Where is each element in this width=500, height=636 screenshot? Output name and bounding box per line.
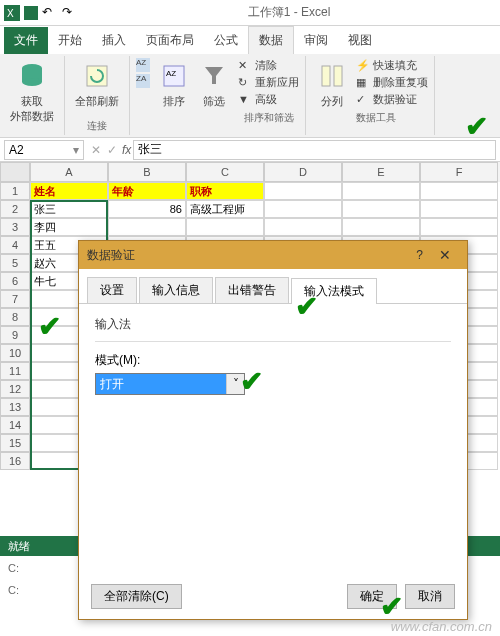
dialog-body: 输入法 模式(M): 打开 ˅ [79,304,467,407]
ribbon-tabs: 文件 开始 插入 页面布局 公式 数据 审阅 视图 [0,26,500,54]
ime-section-label: 输入法 [95,316,451,333]
undo-icon[interactable]: ↶ [42,5,58,21]
cell[interactable] [420,182,498,200]
tab-pagelayout[interactable]: 页面布局 [136,27,204,54]
row-header[interactable]: 1 [0,182,30,200]
col-header-f[interactable]: F [420,162,498,182]
cell[interactable] [108,218,186,236]
row-header[interactable]: 9 [0,326,30,344]
data-validation-button[interactable]: ✓数据验证 [356,92,428,107]
row-header[interactable]: 4 [0,236,30,254]
redo-icon[interactable]: ↷ [62,5,78,21]
sort-az-button[interactable]: AZ [136,58,150,72]
dialog-tab-settings[interactable]: 设置 [87,277,137,303]
row-header[interactable]: 13 [0,398,30,416]
row-header[interactable]: 7 [0,290,30,308]
svg-rect-9 [334,66,342,86]
cell[interactable] [342,182,420,200]
refresh-icon [81,60,113,92]
flash-fill-button[interactable]: ⚡快速填充 [356,58,428,73]
cell[interactable] [186,218,264,236]
sort-label: 排序 [163,94,185,109]
refresh-all-button[interactable]: 全部刷新 [71,58,123,111]
tab-review[interactable]: 审阅 [294,27,338,54]
cell[interactable]: 姓名 [30,182,108,200]
cell[interactable] [264,182,342,200]
cell[interactable] [264,200,342,218]
dialog-titlebar[interactable]: 数据验证 ? ✕ [79,241,467,269]
tab-home[interactable]: 开始 [48,27,92,54]
ok-button[interactable]: 确定 [347,584,397,609]
fx-icon[interactable]: fx [122,143,131,157]
dialog-tab-error-alert[interactable]: 出错警告 [215,277,289,303]
row-header[interactable]: 11 [0,362,30,380]
cancel-fx-icon[interactable]: ✕ [88,143,104,157]
sort-za-button[interactable]: ZA [136,74,150,88]
clear-button[interactable]: ✕清除 [238,58,299,73]
tab-data[interactable]: 数据 [248,26,294,54]
advanced-button[interactable]: ▼高级 [238,92,299,107]
tab-insert[interactable]: 插入 [92,27,136,54]
row-header[interactable]: 10 [0,344,30,362]
remove-duplicates-button[interactable]: ▦删除重复项 [356,75,428,90]
col-header-e[interactable]: E [342,162,420,182]
formula-bar[interactable]: 张三 [133,140,496,160]
cell[interactable] [420,200,498,218]
cell[interactable]: 年龄 [108,182,186,200]
tab-view[interactable]: 视图 [338,27,382,54]
col-header-b[interactable]: B [108,162,186,182]
sort-filter-group-label: 排序和筛选 [238,111,299,125]
col-header-d[interactable]: D [264,162,342,182]
reapply-button[interactable]: ↻重新应用 [238,75,299,90]
row-header[interactable]: 2 [0,200,30,218]
sort-button[interactable]: AZ 排序 [154,58,194,111]
validation-icon: ✓ [356,93,370,107]
data-tools-group-label: 数据工具 [356,111,428,125]
row-header[interactable]: 5 [0,254,30,272]
tab-file[interactable]: 文件 [4,27,48,54]
accept-fx-icon[interactable]: ✓ [104,143,120,157]
cell[interactable] [264,218,342,236]
mode-select-dropdown-icon[interactable]: ˅ [226,374,244,394]
dialog-help-button[interactable]: ? [408,248,431,262]
filter-button[interactable]: 筛选 [194,58,234,111]
row-header[interactable]: 14 [0,416,30,434]
cell[interactable]: 李四 [30,218,108,236]
group-connections: 全部刷新 连接 [65,56,130,135]
sort-icon: AZ [158,60,190,92]
clear-all-button[interactable]: 全部清除(C) [91,584,182,609]
dialog-tab-input-message[interactable]: 输入信息 [139,277,213,303]
svg-rect-8 [322,66,330,86]
cell[interactable]: 86 [108,200,186,218]
name-box-dropdown-icon[interactable]: ▾ [73,143,79,157]
get-external-data-button[interactable]: 获取 外部数据 [6,58,58,126]
row-header[interactable]: 6 [0,272,30,290]
row-header[interactable]: 15 [0,434,30,452]
cell[interactable] [342,200,420,218]
cell[interactable] [342,218,420,236]
row-header[interactable]: 8 [0,308,30,326]
row-header[interactable]: 3 [0,218,30,236]
dialog-tab-ime-mode[interactable]: 输入法模式 [291,278,377,304]
mode-select[interactable]: 打开 ˅ [95,373,245,395]
formula-bar-row: A2 ▾ ✕ ✓ fx 张三 [0,138,500,162]
tab-formulas[interactable]: 公式 [204,27,248,54]
select-all-corner[interactable] [0,162,30,182]
cell[interactable] [420,218,498,236]
row-header[interactable]: 12 [0,380,30,398]
col-header-a[interactable]: A [30,162,108,182]
excel-icon: X [4,5,20,21]
get-external-label: 获取 外部数据 [10,94,54,124]
name-box[interactable]: A2 ▾ [4,140,84,160]
save-icon[interactable] [24,6,38,20]
text-to-columns-button[interactable]: 分列 [312,58,352,111]
col-header-c[interactable]: C [186,162,264,182]
dialog-close-button[interactable]: ✕ [431,247,459,263]
filter-icon [198,60,230,92]
row-header[interactable]: 16 [0,452,30,470]
cell[interactable]: 高级工程师 [186,200,264,218]
cell[interactable]: 张三 [30,200,108,218]
cell[interactable]: 职称 [186,182,264,200]
text-to-columns-label: 分列 [321,94,343,109]
cancel-button[interactable]: 取消 [405,584,455,609]
